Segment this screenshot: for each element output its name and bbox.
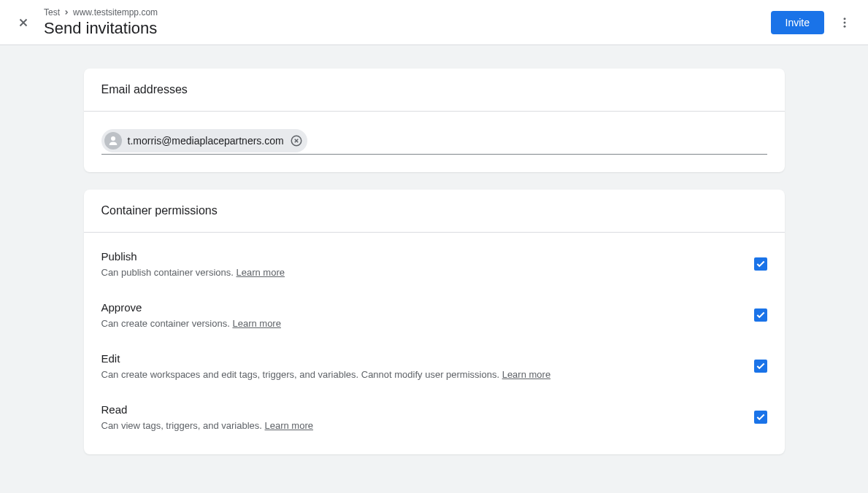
learn-more-link[interactable]: Learn more <box>265 420 313 431</box>
check-icon <box>756 310 766 320</box>
check-icon <box>756 412 766 422</box>
permissions-list: Publish Can publish container versions. … <box>84 233 785 454</box>
email-chip: t.morris@mediaplacepartners.com <box>101 129 307 152</box>
svg-point-0 <box>844 18 846 20</box>
email-card-title: Email addresses <box>84 69 785 112</box>
check-icon <box>756 361 766 371</box>
permissions-card-title: Container permissions <box>84 190 785 233</box>
learn-more-link[interactable]: Learn more <box>502 369 550 380</box>
chevron-right-icon <box>63 9 70 16</box>
svg-point-2 <box>844 25 846 27</box>
permission-row-approve: Approve Can create container versions. L… <box>101 290 767 341</box>
permission-info: Publish Can publish container versions. … <box>101 250 742 278</box>
permission-desc: Can create workspaces and edit tags, tri… <box>101 369 742 380</box>
permission-row-read: Read Can view tags, triggers, and variab… <box>101 392 767 443</box>
permission-info: Approve Can create container versions. L… <box>101 301 742 329</box>
permission-desc: Can view tags, triggers, and variables. … <box>101 420 742 431</box>
breadcrumb-container: www.testsitempp.com <box>73 7 158 18</box>
permission-checkbox-publish[interactable] <box>754 257 767 271</box>
avatar-icon <box>104 132 122 150</box>
invite-button[interactable]: Invite <box>771 11 824 34</box>
email-card-body: t.morris@mediaplacepartners.com <box>84 112 785 172</box>
learn-more-link[interactable]: Learn more <box>237 267 285 278</box>
header-titles: Test www.testsitempp.com Send invitation… <box>44 7 771 38</box>
svg-point-3 <box>111 136 115 141</box>
breadcrumb-account: Test <box>44 7 60 18</box>
close-button[interactable] <box>9 8 38 37</box>
permission-title: Publish <box>101 250 742 263</box>
svg-point-1 <box>844 21 846 23</box>
email-addresses-card: Email addresses t.morris@mediaplacepartn… <box>84 69 785 172</box>
dialog-header: Test www.testsitempp.com Send invitation… <box>0 0 868 45</box>
permission-row-edit: Edit Can create workspaces and edit tags… <box>101 341 767 392</box>
permission-desc: Can create container versions. Learn mor… <box>101 318 742 329</box>
permission-info: Read Can view tags, triggers, and variab… <box>101 403 742 431</box>
container-permissions-card: Container permissions Publish Can publis… <box>84 190 785 454</box>
permission-title: Edit <box>101 352 742 365</box>
page-title: Send invitations <box>44 19 771 38</box>
permission-desc: Can publish container versions. Learn mo… <box>101 267 742 278</box>
permission-title: Approve <box>101 301 742 314</box>
permission-row-publish: Publish Can publish container versions. … <box>101 238 767 290</box>
cancel-icon <box>290 134 303 147</box>
permission-checkbox-edit[interactable] <box>754 360 767 373</box>
check-icon <box>756 259 766 269</box>
more-menu-button[interactable] <box>830 8 859 37</box>
content-area: Email addresses t.morris@mediaplacepartn… <box>0 45 868 478</box>
permission-checkbox-approve[interactable] <box>754 308 767 322</box>
chip-remove-button[interactable] <box>290 134 303 147</box>
more-vert-icon <box>838 16 851 29</box>
close-icon <box>17 16 30 29</box>
breadcrumb: Test www.testsitempp.com <box>44 7 771 18</box>
permission-checkbox-read[interactable] <box>754 411 767 424</box>
permission-title: Read <box>101 403 742 416</box>
header-actions: Invite <box>771 8 859 37</box>
chip-email-text: t.morris@mediaplacepartners.com <box>128 135 284 147</box>
email-input[interactable]: t.morris@mediaplacepartners.com <box>101 129 767 155</box>
learn-more-link[interactable]: Learn more <box>232 318 280 329</box>
permission-info: Edit Can create workspaces and edit tags… <box>101 352 742 380</box>
